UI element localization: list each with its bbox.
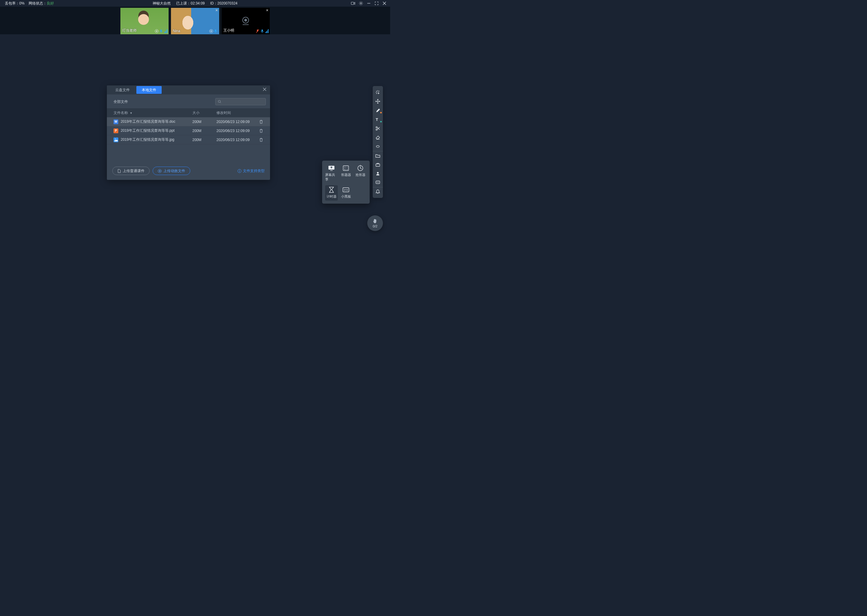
tool-eraser[interactable] bbox=[373, 133, 383, 142]
scissors-icon bbox=[375, 126, 380, 131]
svg-rect-15 bbox=[161, 30, 162, 31]
file-row[interactable]: 2019年工作汇报情况查询等等.jpg200M2020/06/23 12:09:… bbox=[107, 135, 270, 145]
mic-icon bbox=[261, 29, 265, 33]
tool-buzzer[interactable]: 抢答器 bbox=[354, 163, 367, 184]
tool-bell[interactable] bbox=[373, 187, 383, 196]
eraser-icon bbox=[375, 135, 380, 140]
svg-point-57 bbox=[376, 127, 377, 128]
file-row[interactable]: W2019年工作汇报情况查询等等.doc200M2020/06/23 12:09… bbox=[107, 117, 270, 126]
video-tile-teacher[interactable]: 叮当老师 bbox=[120, 8, 169, 34]
tab-cloud-files[interactable]: 云盘文件 bbox=[110, 86, 135, 94]
camera-off-icon bbox=[240, 15, 252, 27]
tile-close-icon[interactable]: ✕ bbox=[215, 8, 218, 13]
svg-point-17 bbox=[211, 31, 212, 32]
close-icon[interactable] bbox=[382, 1, 386, 5]
mic-icon bbox=[159, 29, 164, 33]
topbar-center: 神秘大自然 已上课：02:34:09 ID：2020070324 bbox=[153, 1, 237, 6]
tool-timer[interactable]: 计时器 bbox=[325, 185, 338, 201]
svg-line-50 bbox=[378, 91, 379, 92]
screen-share-icon bbox=[328, 165, 335, 171]
svg-line-7 bbox=[362, 4, 362, 5]
tool-text[interactable]: T bbox=[373, 115, 383, 124]
chat-icon bbox=[375, 181, 380, 185]
tool-folder[interactable] bbox=[373, 151, 383, 160]
info-icon bbox=[238, 169, 241, 173]
participant-name: 王小明 bbox=[223, 28, 234, 33]
col-size[interactable]: 大小 bbox=[192, 110, 216, 115]
file-size: 200M bbox=[192, 129, 216, 133]
folder-icon bbox=[375, 154, 380, 158]
tool-blackboard[interactable]: 2+3 小黑板 bbox=[340, 185, 352, 201]
tool-laser[interactable] bbox=[373, 88, 383, 97]
ppt-file-icon: P bbox=[113, 129, 118, 133]
svg-line-9 bbox=[359, 4, 360, 5]
search-field[interactable] bbox=[221, 99, 263, 104]
svg-rect-0 bbox=[351, 2, 354, 5]
top-bar: 丢包率：0% 网络状态：良好 神秘大自然 已上课：02:34:09 ID：202… bbox=[0, 0, 390, 6]
tool-roster[interactable] bbox=[373, 169, 383, 178]
dialog-close-icon[interactable] bbox=[263, 88, 266, 91]
camera-on-icon bbox=[209, 29, 213, 33]
settings-icon[interactable] bbox=[359, 1, 363, 5]
table-header: 文件名称▼ 大小 修改时间 bbox=[107, 108, 270, 117]
svg-rect-63 bbox=[376, 164, 380, 167]
tool-toolbox[interactable] bbox=[373, 160, 383, 169]
ellipse-icon bbox=[376, 145, 380, 148]
video-tile-student-2[interactable]: ✕ 王小明 bbox=[222, 8, 270, 34]
dialog-tabs: 云盘文件 本地文件 bbox=[107, 85, 270, 94]
tool-quiz[interactable]: A✓B✕ 答题器 bbox=[340, 163, 352, 184]
svg-point-20 bbox=[244, 19, 247, 22]
svg-point-68 bbox=[378, 182, 379, 182]
tool-chat[interactable] bbox=[373, 178, 383, 187]
svg-line-60 bbox=[377, 127, 380, 129]
tool-screen-share[interactable]: 屏幕共享 bbox=[325, 163, 338, 184]
file-mtime: 2020/06/23 12:09:09 bbox=[216, 129, 259, 133]
participant-name: Nina bbox=[173, 29, 180, 33]
hand-raise-button[interactable]: 0/2 bbox=[367, 215, 383, 231]
svg-rect-18 bbox=[215, 30, 216, 31]
camera-icon[interactable] bbox=[351, 1, 355, 5]
upload-normal-button[interactable]: 上传普通课件 bbox=[112, 167, 150, 175]
tool-scissors[interactable] bbox=[373, 124, 383, 133]
session-id: ID：2020070324 bbox=[210, 1, 238, 6]
buzzer-icon bbox=[357, 165, 364, 171]
svg-text:T: T bbox=[376, 117, 378, 121]
svg-line-27 bbox=[220, 102, 221, 103]
supported-types-link[interactable]: 文件支持类型 bbox=[238, 168, 265, 174]
col-name[interactable]: 文件名称▼ bbox=[113, 110, 192, 115]
hand-count: 0/2 bbox=[373, 225, 377, 228]
all-files-label[interactable]: 全部文件 bbox=[113, 99, 128, 104]
file-name: 2019年工作汇报情况查询等等.jpg bbox=[121, 137, 174, 142]
delete-file-icon[interactable] bbox=[259, 138, 268, 142]
tool-shape[interactable] bbox=[373, 142, 383, 151]
tool-pen[interactable] bbox=[373, 106, 383, 115]
svg-marker-31 bbox=[159, 170, 161, 172]
doc-file-icon: W bbox=[113, 119, 118, 124]
file-row[interactable]: P2019年工作汇报情况查询等等.ppt200M2020/06/23 12:09… bbox=[107, 126, 270, 135]
svg-point-67 bbox=[377, 182, 378, 182]
col-mtime[interactable]: 修改时间 bbox=[216, 110, 259, 115]
svg-point-1 bbox=[360, 3, 361, 4]
delete-file-icon[interactable] bbox=[259, 120, 268, 124]
minimize-icon[interactable] bbox=[367, 1, 371, 5]
svg-line-49 bbox=[376, 91, 377, 92]
file-size: 200M bbox=[192, 138, 216, 142]
participant-name: 叮当老师 bbox=[122, 28, 137, 33]
quiz-icon: A✓B✕ bbox=[342, 165, 350, 171]
upload-animated-button[interactable]: 上传动效文件 bbox=[153, 167, 190, 175]
bell-icon bbox=[376, 190, 380, 194]
tool-move[interactable] bbox=[373, 97, 383, 106]
file-mtime: 2020/06/23 12:09:09 bbox=[216, 138, 259, 142]
file-name: 2019年工作汇报情况查询等等.ppt bbox=[121, 128, 175, 133]
file-size: 200M bbox=[192, 120, 216, 124]
video-tile-student-1[interactable]: ✕ Nina bbox=[171, 8, 219, 34]
svg-rect-38 bbox=[343, 166, 348, 171]
tile-close-icon[interactable]: ✕ bbox=[266, 8, 268, 13]
topbar-left: 丢包率：0% 网络状态：良好 bbox=[5, 1, 54, 6]
tab-local-files[interactable]: 本地文件 bbox=[136, 86, 162, 94]
maximize-icon[interactable] bbox=[375, 1, 379, 5]
elapsed: 已上课：02:34:09 bbox=[176, 1, 205, 6]
svg-line-51 bbox=[376, 93, 377, 94]
search-input[interactable] bbox=[215, 98, 266, 105]
delete-file-icon[interactable] bbox=[259, 129, 268, 133]
